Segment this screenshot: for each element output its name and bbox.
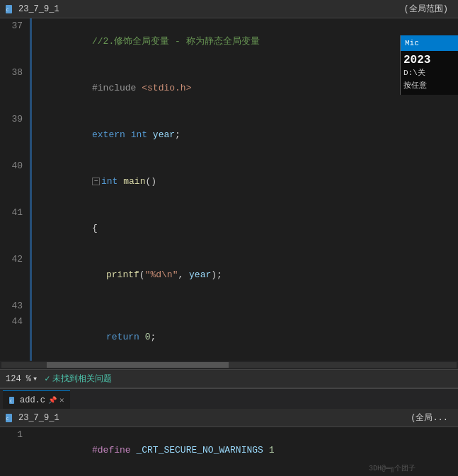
terminal-line1: D:\关	[403, 66, 455, 79]
terminal-popup: Mic 2023 D:\关 按任意	[400, 35, 458, 95]
line-content: extern int year;	[35, 112, 181, 158]
line-gutter	[30, 65, 32, 112]
line-content: //2.修饰全局变量 - 称为静态全局变量	[35, 18, 260, 65]
line-gutter	[30, 18, 32, 65]
line-content: printf("%d\n", year);	[35, 252, 222, 298]
line-gutter	[30, 252, 32, 298]
tab-add-c[interactable]: C add.c 📌 ✕	[3, 390, 70, 409]
tab-file-icon: C	[8, 396, 17, 405]
svg-text:C: C	[6, 417, 8, 422]
line-number: 1	[0, 427, 30, 474]
line-gutter	[30, 158, 32, 205]
line-content: −int main()	[35, 158, 156, 205]
kw-extern: extern	[92, 129, 131, 140]
line-number: 42	[0, 252, 30, 298]
tab-pin-icon[interactable]: 📌	[48, 396, 57, 405]
code-line-41: 41 {	[0, 205, 458, 252]
line-content: {	[35, 205, 98, 252]
svg-text:C: C	[10, 400, 12, 404]
watermark: 3DH@═╗个团子	[369, 463, 416, 473]
middle-scope: (全局...	[411, 412, 448, 424]
middle-filename: 23_7_9_1	[18, 413, 411, 423]
collapse-icon[interactable]: −	[92, 178, 100, 185]
line-number: 37	[0, 18, 30, 65]
line-gutter	[30, 298, 32, 314]
top-status-bar: 124 % ▾ ✓ 未找到相关问题	[0, 369, 458, 388]
line-gutter	[30, 427, 35, 474]
line-number: 43	[0, 298, 30, 314]
top-scrollbar[interactable]	[0, 361, 458, 369]
terminal-header: Mic	[401, 35, 458, 51]
scrollbar-track[interactable]	[1, 362, 457, 368]
top-editor-pane: C 23_7_9_1 (全局范围) 37 //2.修饰全局变量 - 称为静态全局…	[0, 0, 458, 388]
line-number: 40	[0, 158, 30, 205]
code-line-37: 37 //2.修饰全局变量 - 称为静态全局变量	[0, 18, 458, 65]
zoom-dropdown-icon[interactable]: ▾	[33, 373, 38, 384]
top-filename: 23_7_9_1	[18, 4, 404, 14]
line-number: 39	[0, 112, 30, 158]
tabs-bar: C add.c 📌 ✕	[0, 389, 458, 409]
top-editor-toolbar: C 23_7_9_1 (全局范围)	[0, 0, 458, 18]
line-gutter	[30, 112, 32, 158]
line-content: #define _CRT_SECURE_NO_WARNINGS 1	[35, 427, 274, 474]
line-content: #include <stdio.h>	[35, 65, 191, 112]
line-number: 38	[0, 65, 30, 112]
terminal-title: Mic	[405, 39, 419, 47]
middle-editor-toolbar: C 23_7_9_1 (全局...	[0, 409, 458, 427]
pp-text: #include	[92, 83, 142, 93]
zoom-control[interactable]: 124 % ▾	[6, 373, 38, 384]
kw-int: int	[131, 129, 153, 140]
string-text: <stdio.h>	[142, 83, 191, 93]
check-icon: ✓	[45, 373, 50, 384]
terminal-line2: 按任意	[403, 79, 455, 92]
zoom-value: 124 %	[6, 374, 31, 384]
terminal-year: 2023	[403, 54, 455, 66]
line-content: return 0;	[35, 314, 156, 361]
top-status-text: 未找到相关问题	[52, 373, 112, 385]
code-line-39: 39 extern int year;	[0, 112, 458, 158]
code-line-42: 42 printf("%d\n", year);	[0, 252, 458, 298]
terminal-body: 2023 D:\关 按任意	[401, 51, 458, 95]
tab-label: add.c	[20, 395, 45, 405]
top-scope: (全局范围)	[404, 3, 448, 15]
code-line-43: 43	[0, 298, 458, 314]
scrollbar-thumb	[47, 362, 229, 368]
line-gutter	[30, 205, 32, 252]
var-year: year	[153, 129, 175, 140]
comment-text: //2.修饰全局变量 - 称为静态全局变量	[92, 36, 260, 47]
file-icon-middle: C	[4, 412, 16, 424]
line-number: 44	[0, 314, 30, 361]
file-icon: C	[4, 4, 16, 15]
svg-text:C: C	[6, 8, 8, 13]
line-gutter	[30, 314, 32, 361]
code-line-38: 38 #include <stdio.h>	[0, 65, 458, 112]
line-number: 41	[0, 205, 30, 252]
top-status-ok: ✓ 未找到相关问题	[45, 373, 112, 385]
top-code-area: 37 //2.修饰全局变量 - 称为静态全局变量 38 #include <st…	[0, 18, 458, 361]
code-line-40: 40 −int main()	[0, 158, 458, 205]
code-line-44: 44 return 0;	[0, 314, 458, 361]
tab-close-icon[interactable]: ✕	[59, 395, 64, 405]
line-content	[35, 298, 37, 314]
